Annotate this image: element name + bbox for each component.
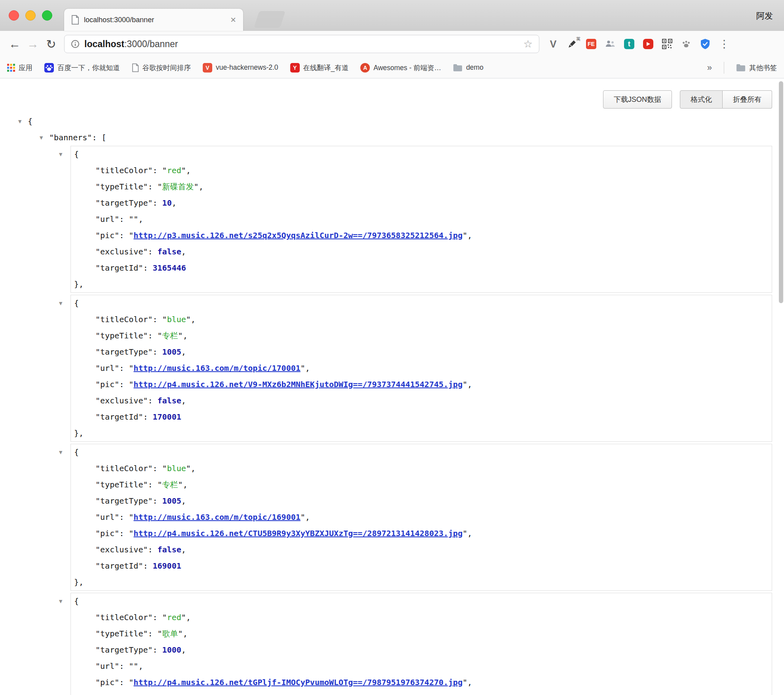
collapse-triangle-icon[interactable]: ▼ xyxy=(59,146,69,162)
json-punctuation: " xyxy=(95,198,100,208)
json-number-value: 1005 xyxy=(162,347,181,357)
fe-extension-icon[interactable]: FE xyxy=(583,36,599,52)
json-key: targetType xyxy=(100,347,148,357)
baidu-paw-icon xyxy=(44,63,54,73)
security-shield-extension-icon[interactable] xyxy=(697,36,714,52)
page-info-icon[interactable] xyxy=(71,40,80,48)
json-line: "targetId": 169001 xyxy=(71,558,772,574)
json-url-link[interactable]: http://p3.music.126.net/s25q2x5QyqsAzilC… xyxy=(133,231,462,240)
json-punctuation: " xyxy=(95,512,100,522)
json-punctuation: , xyxy=(186,613,191,622)
play-icon xyxy=(645,41,651,47)
bookmark-demo-folder[interactable]: demo xyxy=(453,63,483,72)
forward-button: → xyxy=(24,35,42,53)
close-window-button[interactable] xyxy=(9,10,19,21)
bookmark-vue-hackernews[interactable]: V vue-hackernews-2.0 xyxy=(203,63,278,73)
json-punctuation: ": xyxy=(138,561,152,571)
json-punctuation: ": xyxy=(143,331,157,340)
collapse-triangle-icon[interactable]: ▼ xyxy=(59,444,69,460)
json-punctuation: ": xyxy=(114,363,129,373)
address-path: :3000/banner xyxy=(124,39,178,49)
reload-button[interactable]: ↻ xyxy=(42,35,60,53)
json-url-link[interactable]: http://p4.music.126.net/V9-MXz6b2MNhEKju… xyxy=(133,380,462,389)
json-punctuation: " xyxy=(462,529,467,538)
json-punctuation: " xyxy=(95,480,100,489)
tab-close-icon[interactable]: × xyxy=(230,15,236,25)
zoom-window-button[interactable] xyxy=(42,10,52,21)
bookmark-apps[interactable]: 应用 xyxy=(7,63,32,73)
accounts-extension-icon[interactable] xyxy=(602,36,618,52)
address-bar[interactable]: localhost:3000/banner ☆ xyxy=(64,35,539,53)
json-punctuation: , xyxy=(467,529,472,538)
browser-menu-button[interactable]: ⋮ xyxy=(716,36,733,52)
page-icon xyxy=(132,63,139,72)
collapse-triangle-icon[interactable]: ▼ xyxy=(40,130,49,146)
other-bookmarks-folder[interactable]: 其他书签 xyxy=(736,63,777,73)
json-punctuation: ": xyxy=(148,464,162,473)
bookmark-baidu[interactable]: 百度一下，你就知道 xyxy=(44,63,120,73)
json-punctuation: " xyxy=(129,363,133,373)
json-punctuation: " xyxy=(194,182,199,191)
json-object-box: ▼{"titleColor": "blue","typeTitle": "专栏"… xyxy=(70,444,772,591)
tampermonkey-extension-icon[interactable]: t xyxy=(621,36,637,52)
json-key: exclusive xyxy=(100,247,143,256)
json-url-link[interactable]: http://p4.music.126.net/tGPljf-IMOCyPvum… xyxy=(133,678,462,687)
json-punctuation: , xyxy=(305,363,310,373)
new-tab-button[interactable] xyxy=(254,11,285,28)
bookmark-google-sort[interactable]: 谷歌按时间排序 xyxy=(132,63,191,73)
apps-grid-icon xyxy=(7,64,15,72)
json-key: pic xyxy=(100,231,114,240)
collapse-triangle-icon[interactable]: ▼ xyxy=(18,113,28,130)
json-punctuation: ": [ xyxy=(87,133,106,142)
json-object-box: ▼{"titleColor": "blue","typeTitle": "专栏"… xyxy=(70,295,772,442)
download-json-button[interactable]: 下载JSON数据 xyxy=(603,90,672,109)
json-punctuation: " xyxy=(95,263,100,273)
json-punctuation: , xyxy=(305,512,310,522)
json-object-box: ▼{"titleColor": "red","typeTitle": "新碟首发… xyxy=(70,146,772,293)
json-line: "targetId": 3165446 xyxy=(71,260,772,276)
collapse-triangle-icon[interactable]: ▼ xyxy=(59,295,69,311)
json-key: titleColor xyxy=(100,464,148,473)
profile-name[interactable]: 阿发 xyxy=(756,10,773,21)
json-punctuation: " xyxy=(129,214,133,224)
address-text[interactable]: localhost:3000/banner xyxy=(84,39,178,50)
json-punctuation: " xyxy=(95,380,100,389)
back-button[interactable]: ← xyxy=(6,35,24,53)
format-button-group: 格式化 折叠所有 xyxy=(680,90,772,109)
format-button[interactable]: 格式化 xyxy=(680,90,723,109)
json-punctuation: " xyxy=(95,396,100,405)
json-url-link[interactable]: http://music.163.com/m/topic/169001 xyxy=(133,512,300,522)
json-punctuation: " xyxy=(95,613,100,622)
bookmark-awesomes[interactable]: A Awesomes - 前端资… xyxy=(360,63,441,73)
json-punctuation: " xyxy=(95,529,100,538)
qr-code-extension-icon[interactable] xyxy=(659,36,676,52)
vimium-extension-icon[interactable]: V xyxy=(545,36,561,52)
bookmarks-overflow-chevron[interactable]: » xyxy=(707,63,712,73)
json-punctuation: ": xyxy=(143,182,157,191)
collapse-triangle-icon[interactable]: ▼ xyxy=(59,593,69,609)
json-punctuation: ": xyxy=(148,496,162,506)
video-play-extension-icon[interactable] xyxy=(640,36,657,52)
browser-tab[interactable]: localhost:3000/banner × xyxy=(64,9,243,31)
json-punctuation: " xyxy=(129,661,133,671)
paw-extension-icon[interactable] xyxy=(678,36,695,52)
people-icon xyxy=(605,39,615,49)
json-punctuation: " xyxy=(181,613,186,622)
json-punctuation: , xyxy=(467,678,472,687)
json-url-link[interactable]: http://music.163.com/m/topic/170001 xyxy=(133,363,300,373)
json-key: titleColor xyxy=(100,315,148,324)
translate-pen-extension-icon[interactable]: 英 xyxy=(564,36,580,52)
json-punctuation: ": xyxy=(114,529,129,538)
json-line: "titleColor": "blue", xyxy=(71,311,772,328)
json-line: "titleColor": "red", xyxy=(71,162,772,179)
bookmark-youdao-translate[interactable]: Y 在线翻译_有道 xyxy=(290,63,349,73)
json-url-link[interactable]: http://p4.music.126.net/CTU5B9R9y3XyYBZX… xyxy=(133,529,462,538)
json-key: url xyxy=(100,512,114,522)
json-punctuation: " xyxy=(95,166,100,175)
collapse-all-button[interactable]: 折叠所有 xyxy=(723,90,772,109)
json-key: typeTitle xyxy=(100,480,143,489)
minimize-window-button[interactable] xyxy=(25,10,36,21)
scrollbar-track[interactable] xyxy=(778,79,784,695)
scrollbar-thumb[interactable] xyxy=(779,81,783,303)
bookmark-star-icon[interactable]: ☆ xyxy=(523,38,533,50)
